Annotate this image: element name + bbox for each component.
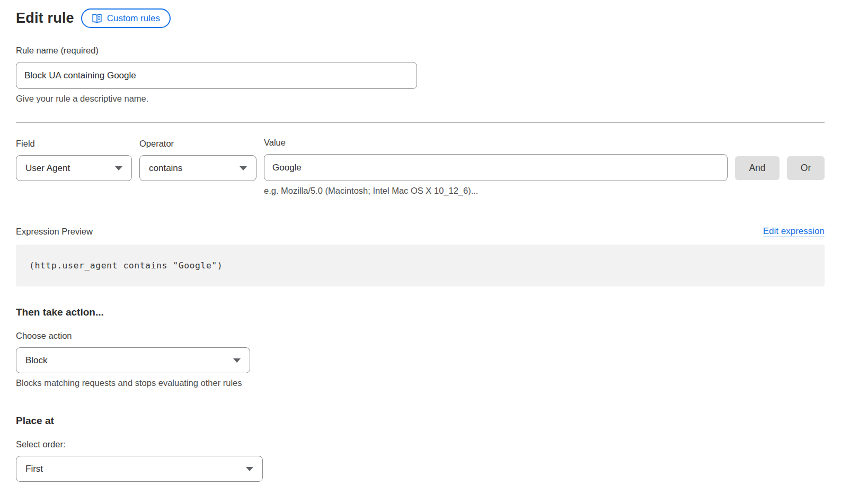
and-button[interactable]: And: [735, 156, 780, 180]
value-label: Value: [264, 138, 728, 148]
book-icon: [92, 14, 102, 23]
expression-preview-label: Expression Preview: [16, 227, 93, 237]
action-heading: Then take action...: [16, 307, 825, 318]
order-select[interactable]: First: [16, 456, 263, 482]
edit-rule-page: Edit rule Custom rules Rule name (requir…: [0, 0, 841, 504]
or-button[interactable]: Or: [787, 156, 825, 180]
order-select-value: First: [25, 464, 43, 474]
rule-name-section: Rule name (required) Give your rule a de…: [16, 46, 825, 104]
edit-rule-form: Edit rule Custom rules Rule name (requir…: [16, 0, 825, 482]
placement-section: Place at Select order: First: [16, 415, 825, 482]
custom-rules-button-label: Custom rules: [107, 13, 160, 24]
operator-select[interactable]: contains: [139, 155, 256, 181]
field-select-value: User Agent: [25, 163, 70, 174]
caret-down-icon: [115, 166, 122, 170]
rule-name-input[interactable]: [16, 62, 417, 89]
place-at-heading: Place at: [16, 415, 825, 427]
expression-header: Expression Preview Edit expression: [16, 226, 825, 237]
expression-preview-box: (http.user_agent contains "Google"): [16, 245, 825, 286]
choose-action-label: Choose action: [16, 331, 825, 341]
caret-down-icon: [246, 467, 253, 471]
condition-row: Field User Agent Operator contains Value…: [16, 138, 825, 181]
operator-column: Operator contains: [139, 139, 256, 181]
edit-expression-link[interactable]: Edit expression: [763, 226, 825, 237]
field-label: Field: [16, 139, 132, 149]
value-input[interactable]: [264, 154, 728, 181]
page-title: Edit rule: [16, 10, 74, 26]
expression-code: (http.user_agent contains "Google"): [29, 260, 223, 271]
value-column: Value: [264, 138, 728, 181]
action-section: Then take action... Choose action Block …: [16, 307, 825, 388]
action-select[interactable]: Block: [16, 347, 250, 373]
operator-select-value: contains: [149, 163, 182, 174]
rule-name-helper: Give your rule a descriptive name.: [16, 94, 825, 104]
select-order-label: Select order:: [16, 439, 825, 449]
field-column: Field User Agent: [16, 139, 132, 181]
field-select[interactable]: User Agent: [16, 155, 132, 181]
value-helper: e.g. Mozilla/5.0 (Macintosh; Intel Mac O…: [264, 186, 825, 196]
caret-down-icon: [240, 166, 247, 170]
section-divider: [16, 122, 825, 123]
operator-label: Operator: [139, 139, 256, 149]
page-header: Edit rule Custom rules: [16, 8, 825, 28]
caret-down-icon: [233, 358, 241, 363]
action-helper: Blocks matching requests and stops evalu…: [16, 378, 825, 388]
custom-rules-button[interactable]: Custom rules: [81, 8, 171, 28]
action-select-value: Block: [25, 355, 48, 366]
rule-name-label: Rule name (required): [16, 46, 825, 56]
